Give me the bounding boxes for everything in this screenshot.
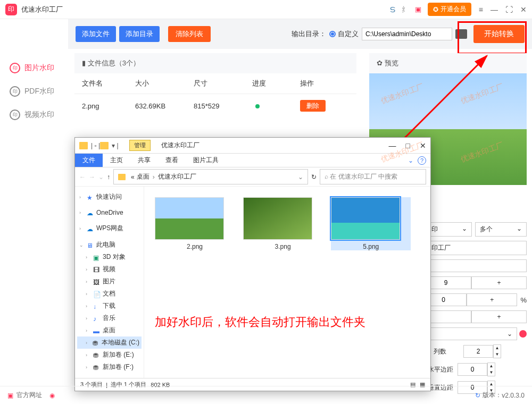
watermark-text-input[interactable]: 水印工厂	[420, 241, 527, 255]
ribbon-share[interactable]: 共享	[130, 154, 158, 167]
gear-icon: ✿	[377, 59, 385, 67]
clear-list-button[interactable]: 清除列表	[168, 26, 211, 42]
ribbon-pictools[interactable]: 图片工具	[186, 154, 226, 167]
ribbon-view[interactable]: 查看	[158, 154, 186, 167]
shield-icon[interactable]: ▣	[415, 5, 421, 13]
search-input[interactable]: ⌕ 在 优速水印工厂 中搜索	[320, 169, 426, 184]
toolbar: 添加文件 添加目录 清除列表 输出目录： 自定义 开始转换	[68, 19, 532, 49]
pdf-watermark-icon: 印	[10, 86, 20, 97]
tree-desktop[interactable]: ›▬桌面	[77, 324, 142, 336]
tree-music[interactable]: ›♪音乐	[77, 312, 142, 324]
hmargin-label: 水平边距	[428, 365, 458, 374]
close-button[interactable]: ✕	[520, 5, 527, 14]
glyph-icon: 纟	[402, 5, 409, 14]
plus-button[interactable]: +	[467, 293, 517, 306]
watermark-text: 优速水印工厂	[459, 82, 504, 106]
file-explorer-window: | ▫ | ▾ | 管理 优速水印工厂 — □ ✕ 文件 主页 共享 查看 图片…	[74, 137, 431, 391]
layout-select[interactable]: ⌄	[420, 327, 517, 340]
wechat-icon[interactable]: ◉	[49, 392, 55, 399]
official-site-link[interactable]: 官方网址	[16, 391, 42, 400]
warning-icon	[519, 330, 527, 338]
version-value: v2.0.3.0	[502, 392, 525, 399]
tree-docs[interactable]: ›📄文档	[77, 288, 142, 300]
tree-thispc[interactable]: ⌄🖥此电脑	[77, 239, 142, 251]
manage-tag: 管理	[129, 140, 151, 151]
nav-forward[interactable]: →	[89, 173, 95, 181]
tree-pictures[interactable]: ›🖼图片	[77, 275, 142, 288]
tree-downloads[interactable]: ›↓下载	[77, 300, 142, 312]
cols-input[interactable]	[463, 345, 493, 358]
explorer-file-view: 2.png 3.png 5.png 加好水印后，软件会自动打开输出文件夹	[144, 187, 430, 378]
minimize-button[interactable]: —	[491, 5, 498, 14]
cell-dim: 815*529	[194, 102, 252, 110]
exp-minimize[interactable]: —	[389, 141, 396, 150]
add-file-button[interactable]: 添加文件	[76, 26, 116, 42]
folder-icon	[79, 142, 88, 149]
folder-icon	[118, 174, 126, 180]
tree-drive-c[interactable]: ›⛃本地磁盘 (C:)	[77, 336, 142, 349]
explorer-nav: ← → ⌄ ↑ « 桌面 › 优速水印工厂 ⌄ ↻ ⌕ 在 优速水印工厂 中搜索	[75, 167, 430, 187]
stepper[interactable]: ▲▼	[487, 363, 495, 376]
chevron-down-icon: ⌄	[517, 225, 522, 234]
maximize-button[interactable]: ⛶	[505, 5, 513, 14]
dropdown[interactable]: ⌄	[420, 259, 527, 272]
chevron-down-icon[interactable]: ⌄	[408, 157, 413, 164]
pct-unit: %	[520, 296, 527, 304]
col-dim: 尺寸	[194, 79, 252, 88]
sidebar-item-video-watermark[interactable]: 印 视频水印	[0, 103, 68, 127]
sidebar-item-image-watermark[interactable]: 印 图片水印	[0, 56, 68, 80]
thumb-image	[331, 197, 400, 240]
tree-3d[interactable]: ›▣3D 对象	[77, 251, 142, 263]
stepper[interactable]: ▲▼	[493, 344, 501, 358]
sidebar-item-pdf-watermark[interactable]: 印 PDF水印	[0, 80, 68, 103]
address-bar[interactable]: « 桌面 › 优速水印工厂 ⌄	[113, 169, 308, 184]
refresh-icon[interactable]: ↻	[475, 392, 480, 399]
file-panel-heading: ▮ 文件信息（3个）	[74, 53, 356, 73]
nav-up[interactable]: ↑	[107, 173, 110, 181]
ribbon-file[interactable]: 文件	[75, 154, 103, 167]
image-watermark-icon: 印	[10, 63, 20, 73]
start-convert-button[interactable]: 开始转换	[473, 25, 525, 43]
sidebar-item-label: PDF水印	[24, 87, 54, 96]
menu-icon[interactable]: ≡	[479, 5, 483, 14]
tree-onedrive[interactable]: ›☁OneDrive	[77, 207, 142, 218]
output-dir-label: 输出目录：	[292, 29, 326, 39]
nav-back[interactable]: ←	[79, 173, 86, 181]
tree-quickaccess[interactable]: ›★快速访问	[77, 191, 142, 203]
add-dir-button[interactable]: 添加目录	[119, 26, 160, 42]
vip-button[interactable]: ✪ 开通会员	[428, 3, 471, 16]
file-thumb[interactable]: 2.png	[155, 197, 235, 250]
col-name: 文件名	[82, 79, 135, 88]
refresh-icon[interactable]: ↻	[311, 173, 317, 181]
thumb-name: 3.png	[243, 243, 323, 250]
output-radio[interactable]	[329, 31, 336, 37]
tree-videos[interactable]: ›🎞视频	[77, 263, 142, 275]
tree-wps[interactable]: ›☁WPS网盘	[77, 222, 142, 234]
explorer-tree: ›★快速访问 ›☁OneDrive ›☁WPS网盘 ⌄🖥此电脑 ›▣3D 对象 …	[75, 187, 144, 378]
sidebar-item-label: 图片水印	[24, 63, 54, 73]
watermark-count-select[interactable]: 多个⌄	[475, 222, 527, 237]
tree-drive-f[interactable]: ›⛃新加卷 (F:)	[77, 361, 142, 373]
file-thumb[interactable]: 5.png	[331, 197, 411, 250]
file-list-panel: ▮ 文件信息（3个） 文件名 大小 尺寸 进度 操作 2.png 632.69K…	[74, 53, 356, 118]
tree-drive-e[interactable]: ›⛃新加卷 (E:)	[77, 349, 142, 361]
file-table-row[interactable]: 2.png 632.69KB 815*529 删除	[74, 94, 356, 118]
search-icon: ⌕	[325, 173, 330, 180]
help-icon[interactable]: ?	[418, 156, 426, 165]
nav-chevron[interactable]: ⌄	[98, 173, 104, 181]
thumb-name: 5.png	[331, 243, 411, 250]
file-thumb[interactable]: 3.png	[243, 197, 323, 250]
hmargin-input[interactable]	[458, 363, 487, 376]
browse-folder-icon[interactable]	[455, 29, 467, 39]
cell-size: 632.69KB	[135, 102, 194, 110]
cols-label: 列数	[434, 347, 463, 356]
output-path-input[interactable]	[362, 28, 452, 40]
delete-button[interactable]: 删除	[300, 100, 326, 112]
ribbon-home[interactable]: 主页	[103, 154, 130, 167]
snake-icon: ട	[389, 4, 395, 15]
plus-button[interactable]: +	[471, 276, 527, 289]
plus-button[interactable]: +	[471, 310, 527, 323]
app-logo: 印	[5, 4, 17, 15]
file-table-header: 文件名 大小 尺寸 进度 操作	[74, 73, 356, 94]
explorer-title: 优速水印工厂	[161, 141, 200, 150]
